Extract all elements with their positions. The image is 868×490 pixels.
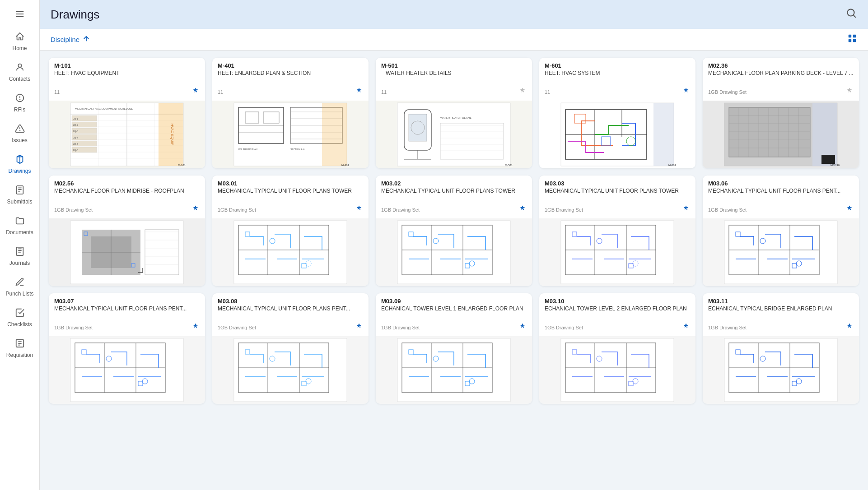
card-meta: 1GB Drawing Set <box>49 321 205 336</box>
card-title: MECHANICAL TYPICAL UNIT FLOOR PLANS TOWE… <box>381 188 527 200</box>
discipline-label: Discipline <box>51 36 79 43</box>
card-meta: 11 <box>212 85 369 101</box>
svg-point-23 <box>847 9 854 16</box>
card-set-label: 1GB Drawing Set <box>54 325 93 330</box>
svg-text:M-101: M-101 <box>178 164 186 166</box>
card-number: M02.36 <box>708 62 854 69</box>
drawing-card[interactable]: M02.56 MECHANICAL FLOOR PLAN MIDRISE - R… <box>49 176 205 286</box>
drawing-card[interactable]: M-601 HEET: HVAC SYSTEM 11 <box>539 58 695 168</box>
discipline-filter[interactable]: Discipline <box>51 35 90 45</box>
card-set-label: 11 <box>545 89 550 95</box>
drawing-card[interactable]: M02.36 MECHANICAL FLOOR PLAN PARKING DEC… <box>703 58 859 168</box>
card-info: M-101 HEET: HVAC EQUIPMENT <box>49 58 205 85</box>
card-info: M03.02 MECHANICAL TYPICAL UNIT FLOOR PLA… <box>376 176 532 203</box>
card-title: ECHANICAL TYPICAL BRIDGE ENLARGED PLAN <box>708 305 854 318</box>
drawing-card[interactable]: M-401 HEET: ENLARGED PLAN & SECTION 11 <box>212 58 369 168</box>
card-number: M03.08 <box>218 298 363 305</box>
card-number: M03.06 <box>708 180 854 187</box>
sidebar-item-punch-lists[interactable]: Punch Lists <box>0 273 39 301</box>
drawing-card[interactable]: M03.02 MECHANICAL TYPICAL UNIT FLOOR PLA… <box>376 176 532 286</box>
sidebar-item-requisition[interactable]: Requisition <box>0 334 39 363</box>
sidebar-label-drawings: Drawings <box>8 168 31 174</box>
card-info: M03.09 ECHANICAL TOWER LEVEL 1 ENLARGED … <box>376 293 532 321</box>
card-set-label: 1GB Drawing Set <box>218 207 256 213</box>
card-thumbnail <box>539 218 695 286</box>
sidebar-item-contacts[interactable]: Contacts <box>0 58 39 87</box>
sidebar-item-home[interactable]: Home <box>0 27 39 56</box>
drawing-card[interactable]: M-101 HEET: HVAC EQUIPMENT 11 HVAC EQUIP… <box>49 58 205 168</box>
search-icon[interactable] <box>845 7 857 22</box>
card-thumbnail: ENLARGED PLAN SECTION A-A M-401 <box>212 101 369 168</box>
svg-text:ENLARGED PLAN: ENLARGED PLAN <box>238 148 257 151</box>
card-meta: 1GB Drawing Set <box>376 321 532 336</box>
svg-rect-133 <box>234 221 347 284</box>
sidebar-item-issues[interactable]: Issues <box>0 119 39 148</box>
svg-text:EQ-2: EQ-2 <box>73 124 78 126</box>
svg-rect-119 <box>821 155 835 164</box>
sidebar-item-drawings[interactable]: Drawings <box>0 150 39 179</box>
sidebar-label-rfis: RFIs <box>14 106 25 113</box>
card-meta: 1GB Drawing Set <box>49 203 205 218</box>
svg-text:SECTION A-A: SECTION A-A <box>290 148 305 151</box>
sidebar-item-checklists[interactable]: Checklists <box>0 303 39 332</box>
sidebar-item-documents[interactable]: Documents <box>0 211 39 240</box>
card-meta: 1GB Drawing Set <box>703 203 859 218</box>
menu-icon[interactable] <box>11 4 28 26</box>
card-number: M-101 <box>54 62 200 69</box>
verified-badge-icon <box>518 205 527 215</box>
svg-point-6 <box>19 99 20 100</box>
card-number: M03.09 <box>381 298 527 305</box>
drawing-card[interactable]: M03.10 ECHANICAL TOWER LEVEL 2 ENLARGED … <box>539 293 695 404</box>
card-meta: 1GB Drawing Set <box>703 85 859 101</box>
svg-rect-205 <box>724 338 837 402</box>
sidebar-label-punch-lists: Punch Lists <box>5 291 33 297</box>
card-number: M03.02 <box>381 180 527 187</box>
card-meta: 1GB Drawing Set <box>703 321 859 336</box>
card-number: M03.01 <box>218 180 363 187</box>
svg-rect-99 <box>653 103 674 166</box>
card-number: M03.10 <box>545 298 690 305</box>
drawing-card[interactable]: M03.08 MECHANICAL TYPICAL UNIT FLOOR PLA… <box>212 293 369 404</box>
card-thumbnail: HVAC EQUIP MECHANICAL HVAC EQUIPMENT SCH… <box>49 101 205 168</box>
card-info: M-501 _ WATER HEATER DETAILS <box>376 58 532 85</box>
svg-text:EQ-4: EQ-4 <box>73 136 78 139</box>
header: Drawings <box>40 0 868 29</box>
drawing-card[interactable]: M03.01 MECHANICAL TYPICAL UNIT FLOOR PLA… <box>212 176 369 286</box>
verified-badge-icon <box>845 87 854 97</box>
verified-badge-icon <box>682 87 690 97</box>
grid-view-toggle[interactable] <box>847 33 857 46</box>
card-meta: 1GB Drawing Set <box>376 203 532 218</box>
drawing-card[interactable]: M03.11 ECHANICAL TYPICAL BRIDGE ENLARGED… <box>703 293 859 404</box>
card-title: MECHANICAL TYPICAL UNIT FLOOR PLANS PENT… <box>708 188 854 200</box>
card-thumbnail <box>703 336 859 404</box>
svg-rect-27 <box>853 35 856 37</box>
sort-arrow-icon <box>82 35 90 45</box>
card-title: MECHANICAL TYPICAL UNIT FLOOR PLANS PENT… <box>54 305 200 318</box>
card-number: M-501 <box>381 62 527 69</box>
svg-rect-28 <box>849 39 851 42</box>
sidebar-label-requisition: Requisition <box>6 352 33 358</box>
card-thumbnail: M02.36 <box>703 101 859 168</box>
drawing-card[interactable]: M03.03 MECHANICAL TYPICAL UNIT FLOOR PLA… <box>539 176 695 286</box>
requisition-icon <box>15 338 25 350</box>
card-set-label: 1GB Drawing Set <box>545 207 583 213</box>
home-icon <box>15 32 25 43</box>
card-meta: 11 <box>376 85 532 101</box>
sidebar-item-journals[interactable]: Journals <box>0 242 39 271</box>
drawing-card[interactable]: M-501 _ WATER HEATER DETAILS 11 WATER HE… <box>376 58 532 168</box>
drawing-card[interactable]: M03.06 MECHANICAL TYPICAL UNIT FLOOR PLA… <box>703 176 859 286</box>
punch-lists-icon <box>15 277 25 289</box>
sidebar-item-rfis[interactable]: RFIs <box>0 88 39 117</box>
card-set-label: 1GB Drawing Set <box>708 207 747 213</box>
drawing-card[interactable]: M03.09 ECHANICAL TOWER LEVEL 1 ENLARGED … <box>376 293 532 404</box>
card-info: M02.36 MECHANICAL FLOOR PLAN PARKING DEC… <box>703 58 859 85</box>
card-set-label: 1GB Drawing Set <box>54 207 93 213</box>
sidebar-item-submittals[interactable]: Submittals <box>0 180 39 209</box>
card-info: M02.56 MECHANICAL FLOOR PLAN MIDRISE - R… <box>49 176 205 203</box>
drawing-card[interactable]: M03.07 MECHANICAL TYPICAL UNIT FLOOR PLA… <box>49 293 205 404</box>
svg-rect-79 <box>409 114 427 141</box>
svg-rect-29 <box>853 39 856 42</box>
card-thumbnail <box>703 218 859 286</box>
card-title: MECHANICAL FLOOR PLAN MIDRISE - ROOFPLAN <box>54 188 200 200</box>
svg-rect-187 <box>397 338 510 402</box>
